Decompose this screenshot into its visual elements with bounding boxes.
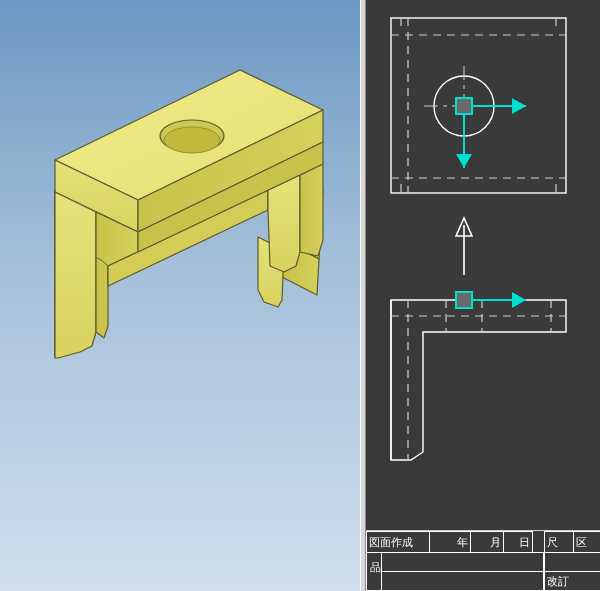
svg-marker-15 xyxy=(456,154,472,168)
drawing-title-block: 図面作成 年 月 日 尺 区 品 改訂 xyxy=(366,531,600,591)
tb-cell-month: 月 xyxy=(470,531,504,553)
svg-marker-26 xyxy=(512,292,526,308)
svg-rect-11 xyxy=(456,98,472,114)
tb-cell-blank-3 xyxy=(544,552,600,572)
top-hole-inner xyxy=(164,127,220,153)
svg-rect-24 xyxy=(456,292,472,308)
tb-cell-blank-1 xyxy=(381,552,544,572)
tb-cell-extra: 区 xyxy=(573,531,600,553)
viewport-3d[interactable] xyxy=(0,0,360,591)
right-leg-side-face xyxy=(300,164,323,256)
bracket-model[interactable] xyxy=(55,70,323,358)
tb-cell-part: 品 xyxy=(366,552,382,591)
tb-cell-day: 日 xyxy=(503,531,533,553)
tb-cell-blank-2 xyxy=(381,571,544,591)
cad-dual-viewport: 図面作成 年 月 日 尺 区 品 改訂 xyxy=(0,0,600,591)
svg-marker-13 xyxy=(512,98,526,114)
projection-arrow-up xyxy=(456,218,472,275)
tb-cell-year: 年 xyxy=(429,531,471,553)
tb-cell-drawing: 図面作成 xyxy=(366,531,430,553)
tb-cell-rev: 改訂 xyxy=(544,571,600,591)
right-leg-front-face xyxy=(268,175,300,272)
drawing-canvas[interactable] xyxy=(366,0,600,591)
front-view xyxy=(391,300,566,460)
csys-front[interactable] xyxy=(456,292,526,308)
csys-top[interactable] xyxy=(456,98,526,168)
tb-cell-scale: 尺 xyxy=(544,531,574,553)
left-wall-front xyxy=(55,192,96,358)
model-3d-canvas[interactable] xyxy=(0,0,360,591)
viewport-2d[interactable]: 図面作成 年 月 日 尺 区 品 改訂 xyxy=(366,0,600,591)
